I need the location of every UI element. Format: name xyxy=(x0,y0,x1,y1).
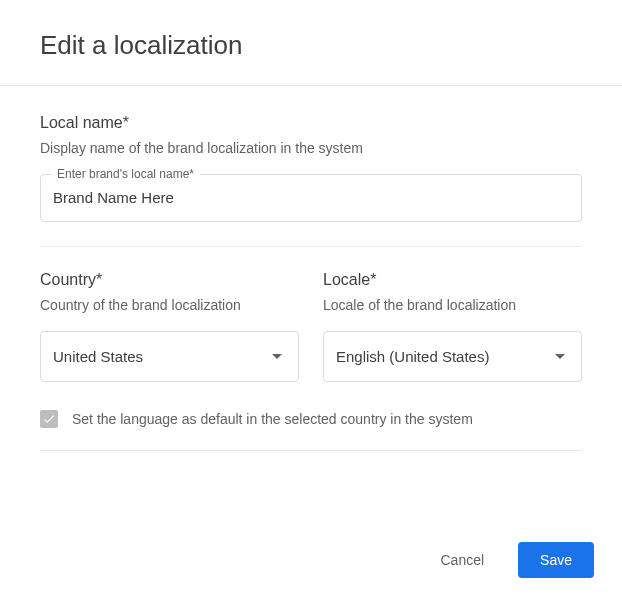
cancel-button[interactable]: Cancel xyxy=(418,542,506,578)
country-locale-row: Country* Country of the brand localizati… xyxy=(40,271,582,382)
locale-description: Locale of the brand localization xyxy=(323,297,582,313)
check-icon xyxy=(42,412,56,426)
local-name-input[interactable] xyxy=(53,189,569,206)
local-name-float-label: Enter brand's local name* xyxy=(51,167,200,181)
default-language-label: Set the language as default in the selec… xyxy=(72,411,473,427)
local-name-label: Local name* xyxy=(40,114,582,132)
locale-group: Locale* Locale of the brand localization… xyxy=(323,271,582,382)
local-name-field-wrap[interactable]: Enter brand's local name* xyxy=(40,174,582,222)
country-label: Country* xyxy=(40,271,299,289)
section-divider-1 xyxy=(40,246,582,247)
country-group: Country* Country of the brand localizati… xyxy=(40,271,299,382)
chevron-down-icon xyxy=(272,354,282,359)
country-description: Country of the brand localization xyxy=(40,297,299,313)
default-language-row[interactable]: Set the language as default in the selec… xyxy=(40,410,582,428)
locale-label: Locale* xyxy=(323,271,582,289)
country-select[interactable]: United States xyxy=(40,331,299,382)
locale-value: English (United States) xyxy=(336,348,489,365)
local-name-group: Local name* Display name of the brand lo… xyxy=(40,114,582,222)
local-name-description: Display name of the brand localization i… xyxy=(40,140,582,156)
dialog-body: Local name* Display name of the brand lo… xyxy=(0,86,622,502)
locale-select[interactable]: English (United States) xyxy=(323,331,582,382)
dialog-title: Edit a localization xyxy=(40,30,582,61)
default-language-checkbox[interactable] xyxy=(40,410,58,428)
dialog-header: Edit a localization xyxy=(0,0,622,85)
save-button[interactable]: Save xyxy=(518,542,594,578)
section-divider-2 xyxy=(40,450,582,451)
chevron-down-icon xyxy=(555,354,565,359)
dialog-footer: Cancel Save xyxy=(0,502,622,606)
country-value: United States xyxy=(53,348,143,365)
edit-localization-dialog: Edit a localization Local name* Display … xyxy=(0,0,622,606)
